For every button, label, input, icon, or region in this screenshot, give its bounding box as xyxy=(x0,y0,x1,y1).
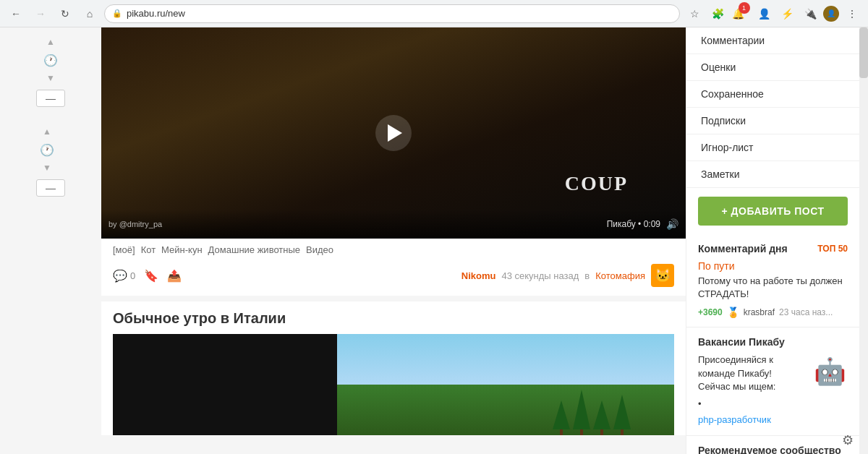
play-button[interactable] xyxy=(375,115,412,151)
scroll-down-arrow-2[interactable]: ▼ xyxy=(36,160,58,175)
comment-of-day-header: Комментарий дня ТОП 50 xyxy=(698,243,848,254)
menu-ratings[interactable]: Оценки xyxy=(686,54,859,81)
scroll-up-arrow[interactable]: ▲ xyxy=(40,35,61,49)
minus-button-2[interactable]: — xyxy=(36,179,65,197)
second-post-title[interactable]: Обычное утро в Италии xyxy=(113,310,674,327)
video-bottom-bar: by @dmitry_pa Пикабу • 0:09 🔊 xyxy=(101,210,686,239)
vacancies-section: Вакансии Пикабу Присоединяйся к команде … xyxy=(686,327,859,436)
tag-video[interactable]: Видео xyxy=(306,244,333,255)
tree-1 xyxy=(553,401,570,435)
back-button[interactable]: ← xyxy=(6,4,26,24)
post-footer: 💬 0 🔖 📤 Nikomu 43 секунды назад xyxy=(101,261,686,296)
vacancies-header: Вакансии Пикабу xyxy=(698,336,848,348)
author-name[interactable]: Nikomu xyxy=(461,270,496,281)
post-time: 43 секунды назад xyxy=(501,270,579,281)
tag-cat[interactable]: Кот xyxy=(141,244,156,255)
second-post: Обычное утро в Италии xyxy=(101,301,686,435)
main-content: COUP by @dmitry_pa Пикабу • 0:09 xyxy=(101,27,686,454)
user-button[interactable]: 👤 xyxy=(754,4,774,24)
comment-icon: 💬 xyxy=(113,269,127,283)
right-sidebar: Комментарии Оценки Сохраненное Подписки … xyxy=(686,27,859,454)
trees xyxy=(553,390,631,435)
tag-mine[interactable]: [моё] xyxy=(113,244,135,255)
lightning-button[interactable]: ⚡ xyxy=(777,4,797,24)
add-post-button[interactable]: + ДОБАВИТЬ ПОСТ xyxy=(698,197,848,226)
community-icon: 🐱 xyxy=(651,264,674,287)
address-bar[interactable]: 🔒 pikabu.ru/new xyxy=(104,4,680,23)
vacancy-text: Присоединяйся к команде Пикабу! Сейчас м… xyxy=(698,354,804,427)
community-header: Рекомендуемое сообщество xyxy=(698,445,848,454)
tree-2 xyxy=(573,390,590,435)
avatar[interactable]: 👤 xyxy=(823,6,839,22)
reload-button[interactable]: ↻ xyxy=(55,4,75,24)
sound-icon[interactable]: 🔊 xyxy=(666,218,678,230)
comment-score: +3690 xyxy=(698,307,723,317)
post-community[interactable]: Котомафия xyxy=(595,270,645,281)
video-attribution: by @dmitry_pa xyxy=(109,220,162,228)
post-prep: в xyxy=(584,270,590,281)
sidebar-menu: Комментарии Оценки Сохраненное Подписки … xyxy=(686,27,859,188)
community-section: Рекомендуемое сообщество 🌙 Лига осознанн… xyxy=(686,436,859,454)
menu-notes[interactable]: Заметки xyxy=(686,161,859,188)
play-icon xyxy=(388,124,402,142)
comment-post-link[interactable]: По пути xyxy=(698,260,848,272)
video-source: Пикабу • 0:09 xyxy=(607,219,660,229)
browser-icons-right: ☆ 🧩 🔔 1 👤 ⚡ 🔌 👤 ⋮ xyxy=(684,4,862,24)
commenter-name[interactable]: krasbraf xyxy=(744,307,775,317)
image-dark-left xyxy=(113,334,337,435)
comment-count: 0 xyxy=(130,270,135,281)
minus-button[interactable]: — xyxy=(36,90,65,107)
notification-badge: 1 xyxy=(739,2,750,14)
post-author: Nikomu 43 секунды назад в Котомафия 🐱 xyxy=(461,264,674,287)
home-button[interactable]: ⌂ xyxy=(80,4,100,24)
vacancy-content: Присоединяйся к команде Пикабу! Сейчас м… xyxy=(698,354,848,427)
community-title: Рекомендуемое сообщество xyxy=(698,445,841,454)
comment-meta: +3690 🏅 krasbraf 23 часа наз... xyxy=(698,307,848,318)
extensions-button[interactable]: 🧩 xyxy=(707,4,728,24)
scrollbar-thumb[interactable] xyxy=(859,27,868,78)
comment-day-title: Комментарий дня xyxy=(698,243,788,254)
comment-button[interactable]: 💬 0 xyxy=(113,269,135,283)
puzzle-button[interactable]: 🔌 xyxy=(800,4,820,24)
add-post-label: + ДОБАВИТЬ ПОСТ xyxy=(721,205,824,217)
scroll-up-arrow-2[interactable]: ▲ xyxy=(36,124,58,139)
scrollbar[interactable] xyxy=(859,27,868,454)
browser-chrome: ← → ↻ ⌂ 🔒 pikabu.ru/new ☆ 🧩 🔔 1 👤 ⚡ 🔌 👤 … xyxy=(0,0,868,27)
vacancies-title: Вакансии Пикабу xyxy=(698,336,785,348)
tag-pets[interactable]: Домашние животные xyxy=(208,244,300,255)
score-icon: 🏅 xyxy=(727,307,739,318)
share-button[interactable]: 📤 xyxy=(167,269,182,283)
comment-of-day-section: Комментарий дня ТОП 50 По пути Потому чт… xyxy=(686,234,859,327)
menu-button[interactable]: ⋮ xyxy=(842,4,862,24)
vacancy-link-php[interactable]: php-разработчик xyxy=(698,414,804,427)
forward-button[interactable]: → xyxy=(30,4,51,24)
time-icon-2: 🕐 xyxy=(36,139,58,160)
video-post: COUP by @dmitry_pa Пикабу • 0:09 xyxy=(101,27,686,296)
tag-maine-coon[interactable]: Мейн-кун xyxy=(161,244,203,255)
save-button[interactable]: 🔖 xyxy=(144,269,158,283)
time-icon: 🕐 xyxy=(40,49,61,71)
comment-text: Потому что на работе ты должен СТРАДАТЬ! xyxy=(698,275,848,301)
sky xyxy=(337,334,674,385)
menu-saved[interactable]: Сохраненное xyxy=(686,81,859,108)
vacancy-description: Присоединяйся к команде Пикабу! Сейчас м… xyxy=(698,354,775,391)
left-sidebar: ▲ 🕐 ▼ — ▲ 🕐 ▼ — xyxy=(0,27,101,454)
menu-ignore[interactable]: Игнор-лист xyxy=(686,134,859,161)
page-layout: ▲ 🕐 ▼ — ▲ 🕐 ▼ — COUP xyxy=(0,27,868,454)
share-icon: 📤 xyxy=(167,269,182,283)
url-text: pikabu.ru/new xyxy=(127,8,672,19)
video-container[interactable]: COUP by @dmitry_pa Пикабу • 0:09 xyxy=(101,27,686,239)
bookmark-icon: 🔖 xyxy=(144,269,158,283)
bullet-icon: • xyxy=(698,398,702,409)
menu-subscriptions[interactable]: Подписки xyxy=(686,108,859,134)
comment-time: 23 часа наз... xyxy=(779,307,833,317)
scroll-down-arrow[interactable]: ▼ xyxy=(40,71,61,85)
video-meta: Пикабу • 0:09 🔊 xyxy=(607,218,678,230)
post-tags: [моё] Кот Мейн-кун Домашние животные Вид… xyxy=(101,239,686,261)
settings-icon[interactable]: ⚙ xyxy=(842,432,854,448)
notification-button[interactable]: 🔔 1 xyxy=(731,4,751,24)
tree-4 xyxy=(613,395,631,435)
menu-comments[interactable]: Комментарии xyxy=(686,27,859,54)
bookmark-button[interactable]: ☆ xyxy=(684,4,705,24)
avatar-img: 👤 xyxy=(827,9,835,17)
